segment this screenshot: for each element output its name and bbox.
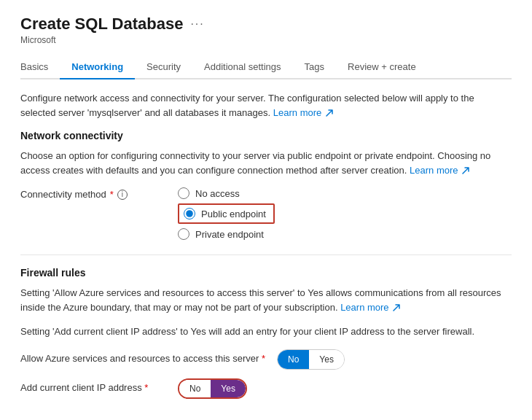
required-indicator: * (110, 189, 114, 200)
radio-input-private-endpoint[interactable] (178, 228, 189, 240)
page-subtitle: Microsoft (20, 35, 512, 45)
firewall-section-title: Firewall rules (20, 267, 512, 279)
allow-azure-no-btn[interactable]: No (278, 350, 309, 369)
allow-azure-toggle-container: No Yes (277, 349, 345, 370)
radio-public-endpoint[interactable]: Public endpoint (178, 203, 275, 224)
allow-azure-toggle[interactable]: No Yes (277, 349, 345, 370)
firewall-description: Setting 'Allow Azure services and resour… (20, 286, 512, 314)
networking-description: Configure network access and connectivit… (20, 91, 512, 120)
radio-input-no-access[interactable] (178, 187, 189, 199)
firewall-description2: Setting 'Add current client IP address' … (20, 324, 512, 339)
radio-private-endpoint[interactable]: Private endpoint (178, 228, 275, 240)
radio-input-public-endpoint[interactable] (184, 208, 195, 219)
radio-no-access[interactable]: No access (178, 187, 275, 199)
ellipsis-menu-icon[interactable]: ··· (190, 18, 204, 31)
description-learn-more-link[interactable]: Learn more (273, 107, 333, 118)
connectivity-external-link-icon (462, 167, 469, 174)
tab-tags[interactable]: Tags (293, 55, 336, 79)
firewall-section: Firewall rules Setting 'Allow Azure serv… (20, 267, 512, 399)
client-ip-toggle-row: Add current client IP address * No Yes (20, 378, 512, 399)
tab-security[interactable]: Security (135, 55, 192, 79)
connectivity-method-label: Connectivity method * i (20, 187, 166, 200)
client-ip-toggle-container: No Yes (178, 378, 247, 399)
firewall-external-link-icon (393, 304, 400, 311)
client-ip-toggle[interactable]: No Yes (178, 378, 247, 399)
client-ip-label: Add current client IP address * (20, 381, 166, 394)
allow-azure-yes-btn[interactable]: Yes (309, 350, 344, 369)
client-ip-no-btn[interactable]: No (179, 380, 211, 397)
connectivity-section-title: Network connectivity (20, 130, 512, 141)
client-ip-yes-btn[interactable]: Yes (211, 380, 246, 397)
firewall-learn-more-link[interactable]: Learn more (340, 302, 400, 313)
connectivity-radio-group: No access Public endpoint Private endpoi… (178, 187, 275, 240)
required-indicator-toggle1: * (262, 353, 265, 364)
tab-additional-settings[interactable]: Additional settings (192, 55, 293, 79)
external-link-icon (326, 109, 333, 117)
page-title: Create SQL Database (20, 15, 183, 34)
section-divider (20, 254, 512, 255)
tab-basics[interactable]: Basics (20, 55, 60, 79)
allow-azure-label: Allow Azure services and resources to ac… (20, 352, 265, 365)
connectivity-description: Choose an option for configuring connect… (20, 149, 512, 177)
connectivity-section: Network connectivity Choose an option fo… (20, 130, 512, 240)
tab-bar: Basics Networking Security Additional se… (20, 55, 512, 79)
connectivity-learn-more-link[interactable]: Learn more (410, 165, 469, 176)
info-icon[interactable]: i (117, 190, 128, 200)
tab-review-create[interactable]: Review + create (336, 55, 428, 79)
required-indicator-toggle2: * (144, 382, 148, 393)
allow-azure-toggle-row: Allow Azure services and resources to ac… (20, 349, 512, 370)
connectivity-method-row: Connectivity method * i No access Public… (20, 187, 512, 240)
tab-networking[interactable]: Networking (60, 55, 135, 79)
